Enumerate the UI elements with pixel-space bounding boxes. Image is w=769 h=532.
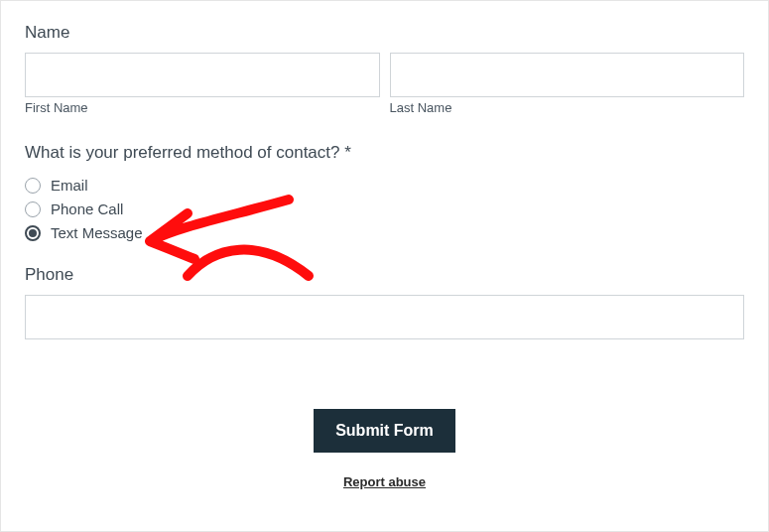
last-name-input[interactable]: [390, 53, 745, 97]
radio-label: Email: [51, 177, 88, 194]
last-name-column: Last Name: [390, 53, 745, 115]
radio-icon: [25, 178, 41, 194]
contact-method-radio-group: Email Phone Call Text Message: [25, 177, 744, 241]
report-abuse-link[interactable]: Report abuse: [25, 474, 744, 489]
radio-label: Phone Call: [51, 200, 123, 217]
radio-icon-selected: [25, 225, 41, 241]
submit-button[interactable]: Submit Form: [314, 409, 455, 453]
radio-icon: [25, 201, 41, 217]
radio-option-email[interactable]: Email: [25, 177, 744, 194]
contact-method-question: What is your preferred method of contact…: [25, 143, 744, 163]
radio-inner-dot-icon: [29, 229, 37, 237]
phone-label: Phone: [25, 265, 744, 285]
phone-input[interactable]: [25, 295, 744, 339]
first-name-sublabel: First Name: [25, 100, 380, 115]
phone-section: Phone: [25, 265, 744, 339]
form-card: Name First Name Last Name What is your p…: [0, 0, 769, 532]
radio-option-text-message[interactable]: Text Message: [25, 224, 744, 241]
name-row: First Name Last Name: [25, 53, 744, 115]
first-name-column: First Name: [25, 53, 380, 115]
radio-option-phone-call[interactable]: Phone Call: [25, 200, 744, 217]
radio-label: Text Message: [51, 224, 143, 241]
name-label: Name: [25, 23, 744, 43]
first-name-input[interactable]: [25, 53, 380, 97]
submit-wrap: Submit Form: [25, 409, 744, 453]
last-name-sublabel: Last Name: [390, 100, 745, 115]
